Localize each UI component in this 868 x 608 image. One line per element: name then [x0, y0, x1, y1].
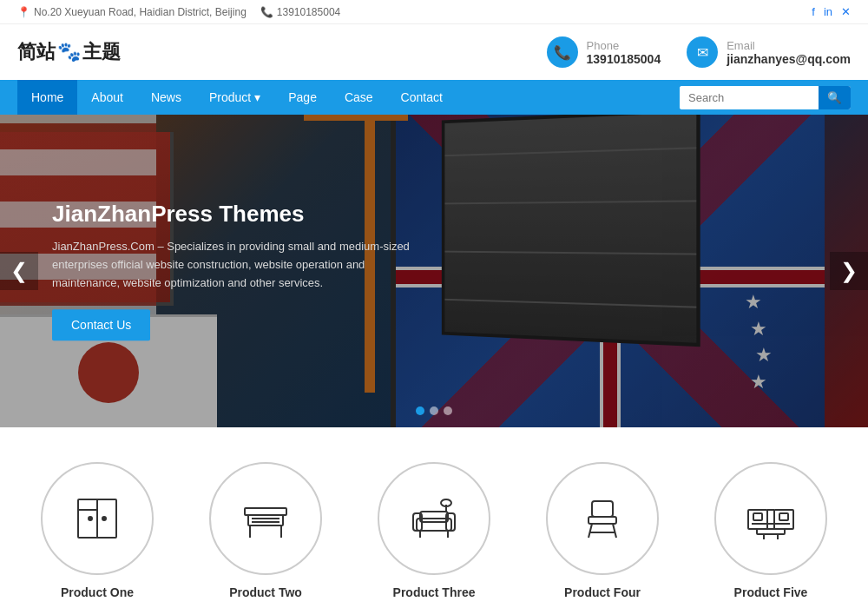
product-circle-4 — [546, 462, 659, 575]
hero-dots — [416, 406, 452, 415]
products-section: Product One Product Two — [0, 427, 868, 608]
hero-title: JianZhanPress Themes — [52, 201, 417, 228]
product-name-3: Product Three — [393, 585, 476, 599]
product-dropdown-icon: ▾ — [254, 90, 260, 104]
product-item-4[interactable]: Product Four — [546, 462, 659, 599]
navbar: Home About News Product ▾ Page Case Cont… — [0, 80, 868, 115]
product-circle-3 — [378, 462, 490, 575]
product-name-4: Product Four — [564, 585, 641, 599]
svg-rect-14 — [420, 512, 448, 522]
product-name-2: Product Two — [229, 585, 302, 599]
svg-line-21 — [589, 524, 592, 538]
phone-icon-topbar: 📞 — [260, 6, 273, 18]
contact-us-button[interactable]: Contact Us — [52, 310, 150, 341]
logo-text-left: 简站 — [17, 39, 56, 65]
phone-details: Phone 13910185004 — [587, 39, 661, 66]
svg-rect-20 — [589, 517, 616, 524]
email-contact: ✉ Email jianzhanyes@qq.com — [687, 36, 851, 68]
product-name-5: Product Five — [734, 585, 808, 599]
search-input[interactable] — [680, 86, 819, 109]
phone-value: 13910185004 — [587, 52, 661, 66]
hero-dot-1[interactable] — [416, 406, 424, 415]
header: 简站 🐾 主题 📞 Phone 13910185004 ✉ Email jian… — [0, 24, 868, 80]
nav-news[interactable]: News — [137, 80, 195, 115]
hero-next-arrow[interactable]: ❯ — [830, 252, 868, 290]
product-item-2[interactable]: Product Two — [209, 462, 322, 599]
hero-dot-3[interactable] — [444, 406, 452, 415]
product-item-3[interactable]: Product Three — [378, 462, 490, 599]
phone-icon: 📞 — [547, 36, 578, 68]
email-value: jianzhanyes@qq.com — [727, 52, 851, 66]
wardrobe-icon — [71, 492, 123, 545]
hero-description: JianZhanPress.Com – Specializes in provi… — [52, 238, 417, 292]
nav-case[interactable]: Case — [331, 80, 387, 115]
svg-line-22 — [613, 524, 616, 538]
nav-product[interactable]: Product ▾ — [195, 80, 274, 115]
nav-about[interactable]: About — [77, 80, 137, 115]
hero-prev-arrow[interactable]: ❮ — [0, 252, 38, 290]
logo-text-right: 主题 — [82, 39, 121, 65]
location-icon: 📍 — [17, 6, 30, 18]
product-circle-5 — [714, 462, 827, 575]
svg-rect-28 — [753, 513, 762, 520]
hero-content: JianZhanPress Themes JianZhanPress.Com –… — [52, 201, 417, 340]
top-bar-left: 📍 No.20 Xueyuan Road, Haidian District, … — [17, 6, 340, 18]
phone-label: Phone — [587, 39, 661, 52]
address-text: No.20 Xueyuan Road, Haidian District, Be… — [34, 6, 247, 18]
svg-rect-6 — [248, 515, 283, 525]
nav-page[interactable]: Page — [274, 80, 331, 115]
search-button[interactable]: 🔍 — [819, 86, 851, 109]
product-circle-2 — [209, 462, 322, 575]
product-circle-1 — [41, 462, 154, 575]
hero-dot-2[interactable] — [430, 406, 438, 415]
hero-section: ★ ★ ★ ★ JianZhanPress Themes JianZhanPre… — [0, 115, 868, 427]
desk-icon — [240, 492, 292, 545]
workstation-icon — [745, 492, 797, 545]
chair-icon — [576, 492, 628, 545]
top-bar-right: f in ✕ — [812, 5, 851, 18]
svg-rect-29 — [779, 513, 788, 520]
phone-contact: 📞 Phone 13910185004 — [547, 36, 661, 68]
nav-contact[interactable]: Contact — [387, 80, 457, 115]
product-name-1: Product One — [61, 585, 134, 599]
svg-rect-19 — [592, 501, 613, 517]
logo[interactable]: 简站 🐾 主题 — [17, 39, 121, 65]
logo-paw-icon: 🐾 — [57, 41, 81, 63]
svg-rect-5 — [245, 508, 286, 515]
nav-links: Home About News Product ▾ Page Case Cont… — [17, 80, 457, 115]
product-item-5[interactable]: Product Five — [714, 462, 827, 599]
products-grid: Product One Product Two — [17, 462, 851, 599]
nav-home[interactable]: Home — [17, 80, 77, 115]
svg-point-3 — [89, 517, 92, 520]
product-item-1[interactable]: Product One — [41, 462, 154, 599]
linkedin-link[interactable]: in — [824, 5, 832, 18]
email-label: Email — [727, 39, 851, 52]
email-details: Email jianzhanyes@qq.com — [727, 39, 851, 66]
phone-item: 📞 13910185004 — [260, 6, 340, 18]
facebook-link[interactable]: f — [812, 5, 815, 18]
twitter-link[interactable]: ✕ — [841, 5, 851, 18]
email-icon: ✉ — [687, 36, 718, 68]
svg-rect-26 — [757, 529, 785, 534]
top-bar: 📍 No.20 Xueyuan Road, Haidian District, … — [0, 0, 868, 24]
search-bar: 🔍 — [680, 86, 851, 109]
header-contacts: 📞 Phone 13910185004 ✉ Email jianzhanyes@… — [547, 36, 851, 68]
svg-point-4 — [102, 517, 106, 520]
address-item: 📍 No.20 Xueyuan Road, Haidian District, … — [17, 6, 247, 18]
phone-text-topbar: 13910185004 — [277, 6, 340, 18]
sofa-icon — [408, 492, 460, 545]
